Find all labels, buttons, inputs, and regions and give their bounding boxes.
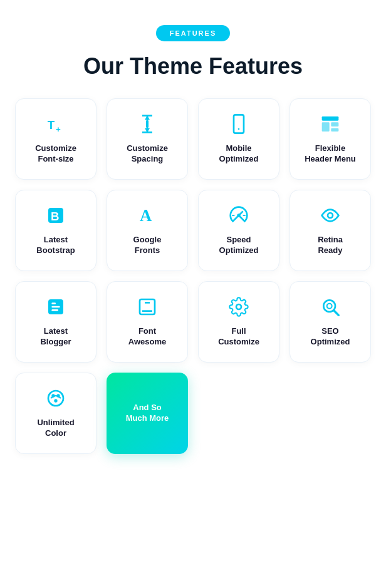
- svg-rect-12: [331, 122, 338, 126]
- feature-card-retina-ready: Retina Ready: [290, 190, 371, 271]
- feature-label-google-fronts: Google Fronts: [133, 235, 162, 256]
- svg-line-18: [239, 211, 243, 215]
- feature-card-flexible-header: Flexible Header Menu: [290, 98, 371, 180]
- svg-point-33: [327, 303, 332, 308]
- feature-card-unlimited-color: Unlimited Color: [15, 373, 96, 454]
- svg-rect-13: [331, 128, 338, 131]
- feature-label-mobile-optimized: Mobile Optimized: [219, 143, 259, 165]
- svg-rect-26: [51, 309, 58, 311]
- feature-card-customize-fontsize: T + Customize Font-size: [15, 98, 96, 180]
- svg-rect-8: [234, 115, 244, 133]
- spacing-icon: [137, 114, 157, 137]
- feature-label-latest-blogger: Latest Blogger: [40, 326, 71, 348]
- svg-text:+: +: [56, 125, 61, 134]
- section-title: Our Theme Features: [83, 53, 303, 80]
- feature-label-latest-bootstrap: Latest Bootstrap: [36, 235, 75, 256]
- feature-label-and-so-more: And So Much More: [126, 403, 169, 424]
- feature-card-latest-bootstrap: B Latest Bootstrap: [15, 190, 96, 271]
- feature-label-full-customize: Full Customize: [218, 326, 259, 348]
- svg-rect-11: [322, 122, 330, 132]
- font-awesome-icon: [137, 297, 157, 320]
- settings-icon: [229, 297, 249, 320]
- svg-text:T: T: [48, 118, 55, 132]
- feature-card-mobile-optimized: Mobile Optimized: [198, 98, 279, 180]
- feature-label-speed-optimized: Speed Optimized: [219, 235, 259, 256]
- features-badge: FEATURES: [156, 25, 230, 41]
- bootstrap-icon: B: [46, 205, 66, 229]
- header-icon: [320, 114, 340, 137]
- mobile-icon: [229, 114, 249, 137]
- blogger-icon: [46, 297, 66, 320]
- color-icon: [46, 388, 66, 411]
- feature-card-full-customize: Full Customize: [198, 281, 279, 363]
- svg-point-37: [54, 399, 57, 402]
- feature-card-font-awesome: Font Awesome: [107, 281, 188, 363]
- svg-text:B: B: [51, 210, 59, 223]
- feature-label-font-awesome: Font Awesome: [128, 326, 166, 348]
- feature-label-unlimited-color: Unlimited Color: [37, 418, 74, 439]
- feature-card-latest-blogger: Latest Blogger: [15, 281, 96, 363]
- feature-card-speed-optimized: Speed Optimized: [198, 190, 279, 271]
- svg-rect-25: [51, 306, 60, 307]
- svg-rect-24: [51, 302, 56, 304]
- feature-card-seo-optimized: SEO Optimized: [290, 281, 371, 363]
- feature-card-and-so-more: And So Much More: [107, 373, 188, 454]
- speed-icon: [229, 205, 249, 229]
- feature-label-flexible-header: Flexible Header Menu: [305, 143, 356, 165]
- svg-line-32: [334, 311, 338, 315]
- features-grid: T + Customize Font-size Customize Spacin…: [15, 98, 371, 454]
- feature-label-retina-ready: Retina Ready: [318, 235, 343, 256]
- feature-card-google-fronts: A Google Fronts: [107, 190, 188, 271]
- google-fonts-icon: A: [137, 205, 157, 229]
- svg-rect-27: [140, 299, 155, 314]
- feature-card-customize-spacing: Customize Spacing: [107, 98, 188, 180]
- retina-icon: [320, 205, 340, 229]
- svg-point-9: [238, 128, 240, 130]
- svg-point-34: [48, 391, 63, 406]
- svg-point-22: [328, 214, 331, 217]
- feature-label-seo-optimized: SEO Optimized: [311, 326, 350, 348]
- svg-rect-10: [322, 116, 339, 121]
- svg-point-30: [236, 304, 241, 309]
- seo-icon: [320, 297, 340, 320]
- svg-text:A: A: [140, 206, 152, 225]
- feature-label-customize-fontsize: Customize Font-size: [35, 143, 76, 165]
- fontsize-icon: T +: [46, 114, 66, 137]
- feature-label-customize-spacing: Customize Spacing: [127, 143, 168, 165]
